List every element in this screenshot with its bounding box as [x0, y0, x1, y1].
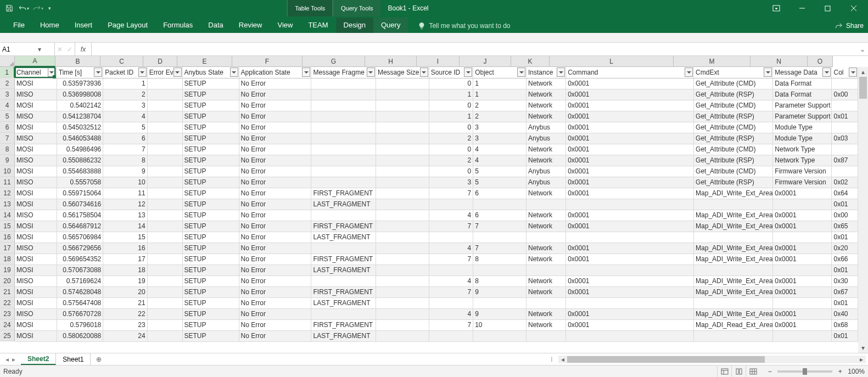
cell[interactable]: MOSI — [15, 330, 57, 341]
tab-home[interactable]: Home — [32, 18, 67, 33]
column-header[interactable]: M — [674, 56, 751, 67]
cell[interactable] — [311, 166, 376, 177]
cell[interactable]: MOSI — [15, 122, 57, 133]
cell[interactable]: MISO — [15, 243, 57, 254]
cell[interactable] — [147, 89, 182, 100]
cell[interactable] — [832, 122, 858, 133]
cell[interactable] — [147, 210, 182, 221]
cell[interactable]: 12 — [103, 199, 147, 210]
cell[interactable]: Get_Attribute (RSP) — [694, 89, 773, 100]
cell[interactable]: SETUP — [182, 144, 239, 155]
cell[interactable]: 0.536998008 — [57, 89, 103, 100]
cell[interactable]: 9 — [473, 308, 527, 319]
cell[interactable]: 0.564687912 — [57, 221, 103, 232]
cell[interactable]: 0x01 — [832, 297, 858, 308]
cell[interactable]: 2 — [103, 89, 147, 100]
cell[interactable]: SETUP — [182, 265, 239, 275]
cell[interactable]: 0x0001 — [566, 133, 694, 144]
table-column-header[interactable]: Message Fragme — [311, 67, 376, 78]
cell[interactable]: MISO — [15, 133, 57, 144]
zoom-slider[interactable] — [777, 370, 832, 373]
cell[interactable]: No Error — [239, 319, 311, 330]
sheet-tab-sheet1[interactable]: Sheet1 — [56, 353, 91, 365]
cell[interactable]: Network — [527, 155, 566, 166]
cell[interactable]: 0.550886232 — [57, 155, 103, 166]
cell[interactable] — [376, 308, 429, 319]
cell[interactable]: Parameter Support — [773, 111, 832, 122]
name-box-dropdown-icon[interactable]: ▾ — [27, 46, 53, 53]
cell[interactable]: 5 — [473, 177, 527, 188]
cell[interactable]: SETUP — [182, 122, 239, 133]
cell[interactable]: 1 — [429, 89, 473, 100]
cell[interactable] — [311, 275, 376, 286]
cell[interactable]: 0 — [429, 144, 473, 155]
cell[interactable] — [376, 221, 429, 232]
cell[interactable]: SETUP — [182, 100, 239, 111]
row-header[interactable]: 19 — [0, 265, 15, 275]
cell[interactable]: MISO — [15, 308, 57, 319]
cell[interactable]: 0x0001 — [566, 210, 694, 221]
filter-dropdown-icon[interactable] — [764, 67, 772, 77]
cell[interactable] — [473, 297, 527, 308]
cell[interactable]: 2 — [473, 100, 527, 111]
cell[interactable] — [147, 133, 182, 144]
cell[interactable]: 11 — [103, 188, 147, 199]
zoom-level[interactable]: 100% — [848, 368, 865, 375]
cell[interactable] — [147, 155, 182, 166]
cell[interactable]: SETUP — [182, 111, 239, 122]
cell[interactable]: SETUP — [182, 89, 239, 100]
cell[interactable]: SETUP — [182, 166, 239, 177]
cell[interactable]: 0.57169624 — [57, 275, 103, 286]
filter-dropdown-icon[interactable] — [464, 67, 472, 77]
cell[interactable]: SETUP — [182, 199, 239, 210]
cell[interactable] — [376, 330, 429, 341]
cell[interactable]: 7 — [473, 221, 527, 232]
table-column-header[interactable]: Col — [832, 67, 858, 78]
table-column-header[interactable]: Packet ID — [103, 67, 147, 78]
cell[interactable]: Parameter Support — [773, 100, 832, 111]
row-header[interactable]: 10 — [0, 166, 15, 177]
cell[interactable]: 0x01 — [832, 265, 858, 275]
cell[interactable]: Network — [527, 188, 566, 199]
row-header[interactable]: 17 — [0, 243, 15, 254]
cell[interactable]: SETUP — [182, 210, 239, 221]
cell[interactable]: MISO — [15, 210, 57, 221]
cell[interactable]: Network Type — [773, 155, 832, 166]
cell[interactable]: No Error — [239, 265, 311, 275]
cell[interactable]: 0x0001 — [773, 243, 832, 254]
cell[interactable]: MISO — [15, 177, 57, 188]
filter-dropdown-icon[interactable] — [420, 67, 428, 77]
row-header[interactable]: 24 — [0, 319, 15, 330]
cell[interactable]: Map_ADI_Write_Ext_Area (RSP) — [694, 243, 773, 254]
cell[interactable] — [147, 122, 182, 133]
column-header[interactable]: D — [143, 56, 177, 67]
page-break-view-icon[interactable] — [746, 366, 760, 377]
cell[interactable]: 0x0001 — [773, 254, 832, 265]
cell[interactable]: 0x0001 — [773, 221, 832, 232]
cell[interactable] — [147, 254, 182, 265]
cell[interactable]: Anybus — [527, 177, 566, 188]
filter-dropdown-icon[interactable] — [517, 67, 525, 77]
row-header[interactable]: 13 — [0, 199, 15, 210]
cell[interactable]: MOSI — [15, 297, 57, 308]
cell[interactable]: 8 — [103, 155, 147, 166]
scroll-down-icon[interactable]: ▾ — [858, 343, 868, 353]
cell[interactable]: No Error — [239, 275, 311, 286]
cell[interactable] — [376, 78, 429, 89]
cell[interactable]: No Error — [239, 232, 311, 243]
cell[interactable]: LAST_FRAGMENT — [311, 199, 376, 210]
cell[interactable] — [527, 265, 566, 275]
cell[interactable]: 0x0001 — [566, 122, 694, 133]
cell[interactable] — [376, 210, 429, 221]
cell[interactable]: No Error — [239, 177, 311, 188]
cell[interactable]: 0.574628048 — [57, 286, 103, 297]
horizontal-scroll-thumb[interactable] — [567, 356, 765, 363]
cell[interactable] — [694, 297, 773, 308]
tab-view[interactable]: View — [270, 18, 300, 33]
cell[interactable]: No Error — [239, 254, 311, 265]
row-header[interactable]: 12 — [0, 188, 15, 199]
cell[interactable] — [147, 265, 182, 275]
cell[interactable]: Firmware Version — [773, 177, 832, 188]
redo-icon[interactable]: ▾ — [32, 2, 44, 14]
tab-team[interactable]: TEAM — [300, 18, 335, 33]
